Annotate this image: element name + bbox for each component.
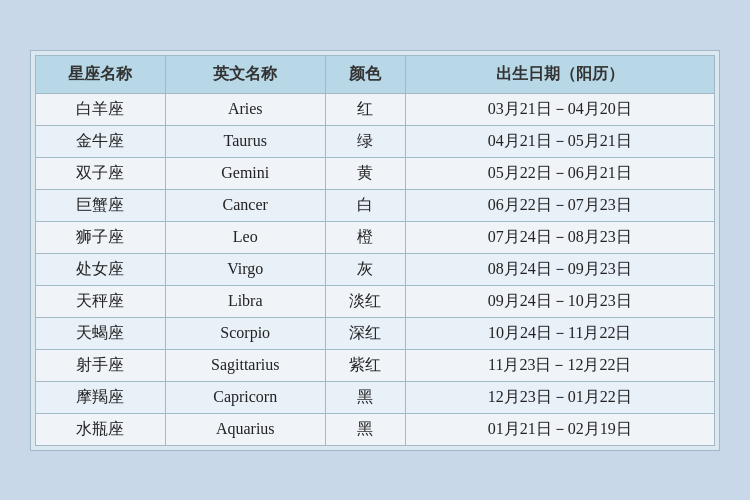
cell-zh: 双子座 (36, 157, 166, 189)
cell-zh: 水瓶座 (36, 413, 166, 445)
cell-date: 10月24日－11月22日 (405, 317, 714, 349)
cell-date: 06月22日－07月23日 (405, 189, 714, 221)
table-row: 双子座Gemini黄05月22日－06月21日 (36, 157, 715, 189)
cell-en: Capricorn (165, 381, 325, 413)
cell-zh: 射手座 (36, 349, 166, 381)
header-en: 英文名称 (165, 55, 325, 93)
header-zh: 星座名称 (36, 55, 166, 93)
cell-color: 红 (325, 93, 405, 125)
cell-color: 黑 (325, 381, 405, 413)
header-date: 出生日期（阳历） (405, 55, 714, 93)
cell-date: 11月23日－12月22日 (405, 349, 714, 381)
table-row: 射手座Sagittarius紫红11月23日－12月22日 (36, 349, 715, 381)
cell-en: Cancer (165, 189, 325, 221)
cell-en: Leo (165, 221, 325, 253)
cell-color: 淡红 (325, 285, 405, 317)
cell-en: Aquarius (165, 413, 325, 445)
table-row: 摩羯座Capricorn黑12月23日－01月22日 (36, 381, 715, 413)
cell-color: 紫红 (325, 349, 405, 381)
cell-zh: 巨蟹座 (36, 189, 166, 221)
cell-en: Virgo (165, 253, 325, 285)
cell-en: Libra (165, 285, 325, 317)
cell-en: Aries (165, 93, 325, 125)
cell-date: 04月21日－05月21日 (405, 125, 714, 157)
cell-zh: 处女座 (36, 253, 166, 285)
cell-en: Scorpio (165, 317, 325, 349)
cell-color: 白 (325, 189, 405, 221)
cell-color: 黑 (325, 413, 405, 445)
cell-date: 03月21日－04月20日 (405, 93, 714, 125)
cell-color: 灰 (325, 253, 405, 285)
cell-date: 05月22日－06月21日 (405, 157, 714, 189)
zodiac-table-container: 星座名称 英文名称 颜色 出生日期（阳历） 白羊座Aries红03月21日－04… (30, 50, 720, 451)
cell-en: Sagittarius (165, 349, 325, 381)
cell-zh: 白羊座 (36, 93, 166, 125)
table-row: 天蝎座Scorpio深红10月24日－11月22日 (36, 317, 715, 349)
table-row: 巨蟹座Cancer白06月22日－07月23日 (36, 189, 715, 221)
table-header-row: 星座名称 英文名称 颜色 出生日期（阳历） (36, 55, 715, 93)
cell-color: 绿 (325, 125, 405, 157)
cell-zh: 狮子座 (36, 221, 166, 253)
table-row: 白羊座Aries红03月21日－04月20日 (36, 93, 715, 125)
table-row: 狮子座Leo橙07月24日－08月23日 (36, 221, 715, 253)
table-row: 水瓶座Aquarius黑01月21日－02月19日 (36, 413, 715, 445)
cell-date: 08月24日－09月23日 (405, 253, 714, 285)
cell-en: Gemini (165, 157, 325, 189)
table-row: 处女座Virgo灰08月24日－09月23日 (36, 253, 715, 285)
cell-zh: 天蝎座 (36, 317, 166, 349)
cell-zh: 摩羯座 (36, 381, 166, 413)
header-color: 颜色 (325, 55, 405, 93)
cell-date: 09月24日－10月23日 (405, 285, 714, 317)
table-row: 天秤座Libra淡红09月24日－10月23日 (36, 285, 715, 317)
cell-zh: 金牛座 (36, 125, 166, 157)
cell-color: 橙 (325, 221, 405, 253)
cell-date: 12月23日－01月22日 (405, 381, 714, 413)
cell-color: 黄 (325, 157, 405, 189)
cell-zh: 天秤座 (36, 285, 166, 317)
cell-color: 深红 (325, 317, 405, 349)
cell-date: 07月24日－08月23日 (405, 221, 714, 253)
table-row: 金牛座Taurus绿04月21日－05月21日 (36, 125, 715, 157)
cell-en: Taurus (165, 125, 325, 157)
zodiac-table: 星座名称 英文名称 颜色 出生日期（阳历） 白羊座Aries红03月21日－04… (35, 55, 715, 446)
cell-date: 01月21日－02月19日 (405, 413, 714, 445)
